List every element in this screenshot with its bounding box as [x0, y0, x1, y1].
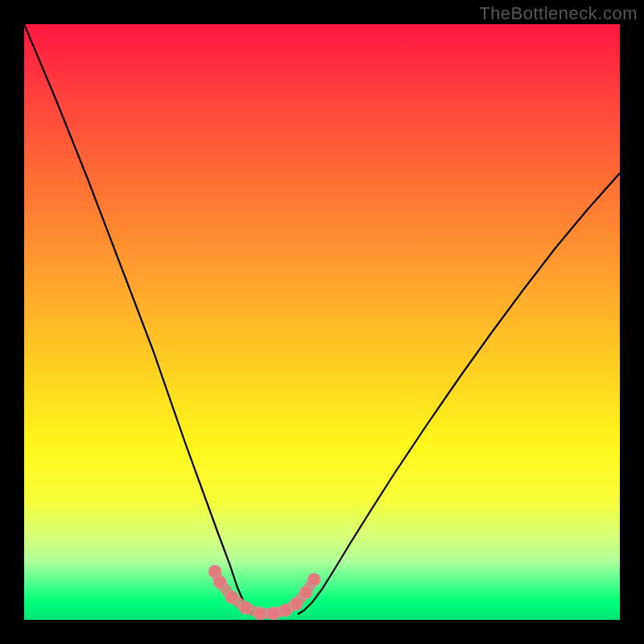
data-point: [225, 591, 238, 604]
data-point: [213, 576, 226, 588]
left-curve: [24, 24, 252, 613]
data-point: [254, 607, 266, 620]
data-point: [299, 586, 312, 599]
data-point: [290, 597, 303, 610]
data-point: [239, 601, 252, 614]
chart-frame: TheBottleneck.com: [0, 0, 644, 644]
chart-svg: [24, 24, 620, 620]
data-point: [267, 607, 280, 620]
watermark-text: TheBottleneck.com: [479, 3, 638, 24]
right-curve: [298, 173, 620, 614]
data-point: [308, 573, 320, 586]
